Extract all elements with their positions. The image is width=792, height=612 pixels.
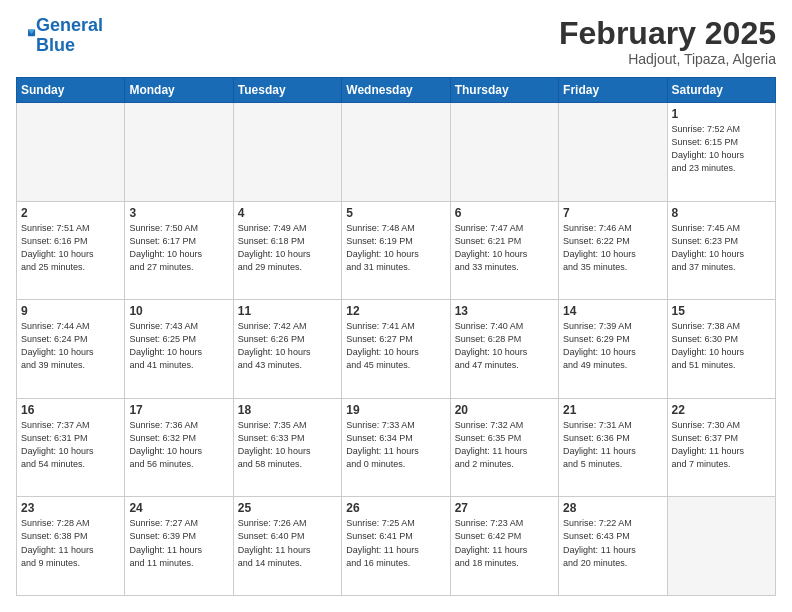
day-info: Sunrise: 7:40 AMSunset: 6:28 PMDaylight:… [455,320,554,372]
day-number: 22 [672,403,771,417]
calendar-cell: 28Sunrise: 7:22 AMSunset: 6:43 PMDayligh… [559,497,667,596]
calendar-cell: 21Sunrise: 7:31 AMSunset: 6:36 PMDayligh… [559,398,667,497]
day-number: 3 [129,206,228,220]
calendar-cell [342,103,450,202]
calendar-cell: 10Sunrise: 7:43 AMSunset: 6:25 PMDayligh… [125,300,233,399]
logo-blue: Blue [36,35,75,55]
day-info: Sunrise: 7:52 AMSunset: 6:15 PMDaylight:… [672,123,771,175]
calendar-cell [667,497,775,596]
day-number: 20 [455,403,554,417]
calendar-cell: 13Sunrise: 7:40 AMSunset: 6:28 PMDayligh… [450,300,558,399]
calendar-cell: 1Sunrise: 7:52 AMSunset: 6:15 PMDaylight… [667,103,775,202]
calendar-cell: 12Sunrise: 7:41 AMSunset: 6:27 PMDayligh… [342,300,450,399]
calendar-cell: 9Sunrise: 7:44 AMSunset: 6:24 PMDaylight… [17,300,125,399]
calendar-cell: 7Sunrise: 7:46 AMSunset: 6:22 PMDaylight… [559,201,667,300]
calendar-cell: 14Sunrise: 7:39 AMSunset: 6:29 PMDayligh… [559,300,667,399]
calendar-cell: 15Sunrise: 7:38 AMSunset: 6:30 PMDayligh… [667,300,775,399]
day-info: Sunrise: 7:33 AMSunset: 6:34 PMDaylight:… [346,419,445,471]
calendar-cell: 27Sunrise: 7:23 AMSunset: 6:42 PMDayligh… [450,497,558,596]
week-row-0: 1Sunrise: 7:52 AMSunset: 6:15 PMDaylight… [17,103,776,202]
day-info: Sunrise: 7:22 AMSunset: 6:43 PMDaylight:… [563,517,662,569]
day-number: 28 [563,501,662,515]
day-info: Sunrise: 7:26 AMSunset: 6:40 PMDaylight:… [238,517,337,569]
calendar-cell: 17Sunrise: 7:36 AMSunset: 6:32 PMDayligh… [125,398,233,497]
day-number: 4 [238,206,337,220]
day-number: 24 [129,501,228,515]
day-info: Sunrise: 7:49 AMSunset: 6:18 PMDaylight:… [238,222,337,274]
calendar-cell: 4Sunrise: 7:49 AMSunset: 6:18 PMDaylight… [233,201,341,300]
week-row-1: 2Sunrise: 7:51 AMSunset: 6:16 PMDaylight… [17,201,776,300]
day-info: Sunrise: 7:32 AMSunset: 6:35 PMDaylight:… [455,419,554,471]
calendar-cell: 5Sunrise: 7:48 AMSunset: 6:19 PMDaylight… [342,201,450,300]
day-info: Sunrise: 7:43 AMSunset: 6:25 PMDaylight:… [129,320,228,372]
day-info: Sunrise: 7:45 AMSunset: 6:23 PMDaylight:… [672,222,771,274]
col-header-friday: Friday [559,78,667,103]
calendar-cell: 20Sunrise: 7:32 AMSunset: 6:35 PMDayligh… [450,398,558,497]
logo: General Blue [16,16,103,56]
day-info: Sunrise: 7:30 AMSunset: 6:37 PMDaylight:… [672,419,771,471]
day-info: Sunrise: 7:31 AMSunset: 6:36 PMDaylight:… [563,419,662,471]
day-info: Sunrise: 7:50 AMSunset: 6:17 PMDaylight:… [129,222,228,274]
calendar-header-row: SundayMondayTuesdayWednesdayThursdayFrid… [17,78,776,103]
header: General Blue February 2025 Hadjout, Tipa… [16,16,776,67]
day-number: 15 [672,304,771,318]
svg-rect-3 [18,27,28,41]
location: Hadjout, Tipaza, Algeria [559,51,776,67]
calendar-cell [125,103,233,202]
day-number: 19 [346,403,445,417]
day-number: 23 [21,501,120,515]
day-number: 7 [563,206,662,220]
logo-general: General [36,15,103,35]
day-info: Sunrise: 7:51 AMSunset: 6:16 PMDaylight:… [21,222,120,274]
calendar-cell [17,103,125,202]
col-header-thursday: Thursday [450,78,558,103]
day-info: Sunrise: 7:48 AMSunset: 6:19 PMDaylight:… [346,222,445,274]
day-number: 16 [21,403,120,417]
day-number: 2 [21,206,120,220]
day-number: 13 [455,304,554,318]
logo-icon [18,25,36,43]
calendar-cell: 2Sunrise: 7:51 AMSunset: 6:16 PMDaylight… [17,201,125,300]
day-number: 25 [238,501,337,515]
calendar-cell: 25Sunrise: 7:26 AMSunset: 6:40 PMDayligh… [233,497,341,596]
day-info: Sunrise: 7:42 AMSunset: 6:26 PMDaylight:… [238,320,337,372]
calendar-cell: 18Sunrise: 7:35 AMSunset: 6:33 PMDayligh… [233,398,341,497]
col-header-tuesday: Tuesday [233,78,341,103]
day-info: Sunrise: 7:23 AMSunset: 6:42 PMDaylight:… [455,517,554,569]
day-info: Sunrise: 7:28 AMSunset: 6:38 PMDaylight:… [21,517,120,569]
day-info: Sunrise: 7:44 AMSunset: 6:24 PMDaylight:… [21,320,120,372]
week-row-2: 9Sunrise: 7:44 AMSunset: 6:24 PMDaylight… [17,300,776,399]
calendar-table: SundayMondayTuesdayWednesdayThursdayFrid… [16,77,776,596]
day-number: 10 [129,304,228,318]
col-header-sunday: Sunday [17,78,125,103]
col-header-monday: Monday [125,78,233,103]
day-number: 1 [672,107,771,121]
calendar-cell: 8Sunrise: 7:45 AMSunset: 6:23 PMDaylight… [667,201,775,300]
day-info: Sunrise: 7:36 AMSunset: 6:32 PMDaylight:… [129,419,228,471]
week-row-4: 23Sunrise: 7:28 AMSunset: 6:38 PMDayligh… [17,497,776,596]
day-number: 12 [346,304,445,318]
logo-text: General Blue [36,16,103,56]
day-info: Sunrise: 7:25 AMSunset: 6:41 PMDaylight:… [346,517,445,569]
day-info: Sunrise: 7:27 AMSunset: 6:39 PMDaylight:… [129,517,228,569]
day-number: 11 [238,304,337,318]
day-info: Sunrise: 7:47 AMSunset: 6:21 PMDaylight:… [455,222,554,274]
day-number: 17 [129,403,228,417]
page: General Blue February 2025 Hadjout, Tipa… [0,0,792,612]
col-header-wednesday: Wednesday [342,78,450,103]
calendar-cell: 24Sunrise: 7:27 AMSunset: 6:39 PMDayligh… [125,497,233,596]
calendar-cell [450,103,558,202]
calendar-cell [559,103,667,202]
day-number: 21 [563,403,662,417]
day-number: 6 [455,206,554,220]
day-number: 26 [346,501,445,515]
month-title: February 2025 [559,16,776,51]
calendar-cell: 22Sunrise: 7:30 AMSunset: 6:37 PMDayligh… [667,398,775,497]
day-number: 14 [563,304,662,318]
header-right: February 2025 Hadjout, Tipaza, Algeria [559,16,776,67]
calendar-cell: 3Sunrise: 7:50 AMSunset: 6:17 PMDaylight… [125,201,233,300]
day-number: 5 [346,206,445,220]
calendar-cell: 26Sunrise: 7:25 AMSunset: 6:41 PMDayligh… [342,497,450,596]
day-info: Sunrise: 7:39 AMSunset: 6:29 PMDaylight:… [563,320,662,372]
day-number: 9 [21,304,120,318]
